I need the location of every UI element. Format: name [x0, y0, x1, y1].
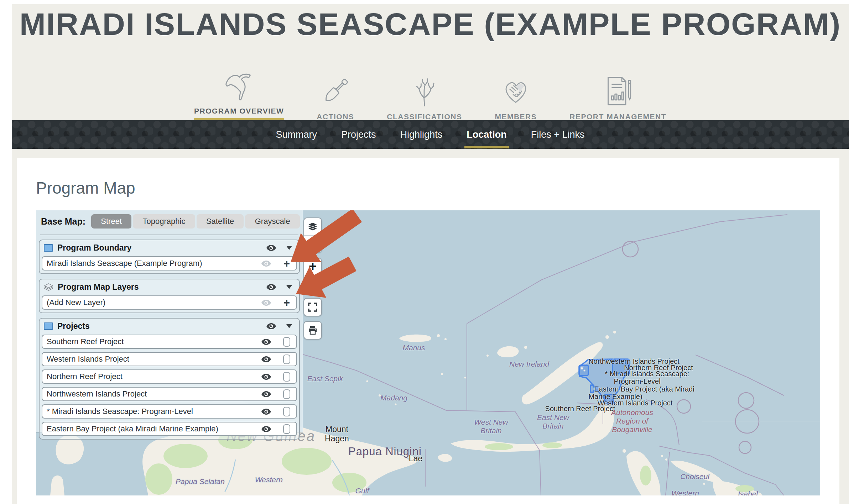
layer-row-label: (Add New Layer): [47, 298, 261, 307]
content-card: Program Map: [17, 158, 839, 504]
caret-down-icon[interactable]: [286, 324, 292, 328]
eye-icon[interactable]: [266, 323, 276, 330]
primary-nav: PROGRAM OVERVIEWACTIONSCLASSIFICATIONSME…: [12, 58, 849, 121]
bird-icon: [223, 64, 255, 101]
print-icon[interactable]: [304, 322, 321, 339]
secondary-nav-projects[interactable]: Projects: [340, 126, 377, 144]
layer-row[interactable]: (Add New Layer)+: [42, 295, 297, 310]
program-map[interactable]: ManusNew IrelandEast SepikMadangMount Ha…: [36, 210, 820, 495]
layer-swatch-icon: [44, 322, 53, 330]
layer-row-label: * Miradi Islands Seascape: Program-Level: [47, 407, 261, 416]
layer-group-header[interactable]: Program Boundary: [42, 241, 297, 254]
layer-row[interactable]: Western Islands Project: [42, 352, 297, 366]
caret-down-icon[interactable]: [286, 246, 292, 250]
map-layers-panel: Base Map: StreetTopographicSatelliteGray…: [36, 210, 303, 432]
checkbox[interactable]: [283, 407, 290, 416]
map-controls: +: [303, 217, 322, 344]
layer-group-program-boundary: Program BoundaryMiradi Islands Seascape …: [39, 240, 300, 274]
basemap-label: Base Map:: [41, 216, 85, 227]
layer-group-program-map-layers: Program Map Layers(Add New Layer)+: [39, 279, 300, 313]
layer-row[interactable]: Southern Reef Project: [42, 335, 297, 349]
layers-icon[interactable]: [304, 218, 321, 235]
eye-icon[interactable]: [261, 408, 271, 415]
fullscreen-icon[interactable]: [304, 299, 321, 316]
checkbox[interactable]: [283, 355, 290, 364]
layer-row-label: Northern Reef Project: [47, 372, 261, 381]
eye-icon[interactable]: [261, 338, 271, 345]
map-control-group: +: [303, 258, 322, 293]
primary-nav-label: MEMBERS: [495, 112, 537, 121]
add-icon[interactable]: +: [281, 258, 293, 269]
eye-icon[interactable]: [261, 373, 271, 380]
checkbox[interactable]: [283, 389, 290, 399]
layer-row[interactable]: Eastern Bay Project (aka Miradi Marine E…: [42, 422, 297, 436]
map-control-group: [303, 298, 322, 316]
primary-nav-report-management[interactable]: REPORT MANAGEMENT: [569, 70, 666, 121]
report-icon: [602, 70, 634, 107]
layer-row-label: Western Islands Project: [47, 355, 261, 364]
layer-group-header[interactable]: Program Map Layers: [42, 280, 297, 293]
layer-row[interactable]: Northern Reef Project: [42, 369, 297, 384]
basemap-grayscale-button[interactable]: Grayscale: [245, 214, 300, 229]
layer-row-label: Northwestern Islands Project: [47, 389, 261, 399]
panel-divider: [40, 235, 298, 235]
zoom-in-icon[interactable]: +: [304, 258, 321, 275]
eye-icon[interactable]: [266, 245, 276, 251]
layer-swatch-icon: [44, 244, 53, 252]
section-heading: Program Map: [36, 178, 135, 198]
basemap-switcher: StreetTopographicSatelliteGrayscale: [91, 214, 300, 229]
app-shell: MIRADI ISLANDS SEASCAPE (EXAMPLE PROGRAM…: [12, 4, 849, 504]
eye-icon[interactable]: [261, 391, 271, 398]
plus-glyph: +: [309, 259, 317, 273]
blank-icon[interactable]: [304, 275, 321, 293]
checkbox[interactable]: [283, 372, 290, 382]
map-control-group: [303, 217, 322, 253]
primary-nav-label: CLASSIFICATIONS: [387, 112, 462, 121]
checkbox[interactable]: [283, 337, 290, 347]
layer-group-title: Program Map Layers: [58, 282, 266, 292]
layers-icon: [44, 283, 53, 291]
layer-group-projects: ProjectsSouthern Reef ProjectWestern Isl…: [39, 318, 300, 440]
handshake-icon: [500, 70, 531, 107]
primary-nav-program-overview[interactable]: PROGRAM OVERVIEW: [194, 64, 284, 121]
layer-group-title: Program Boundary: [57, 243, 266, 253]
page: MIRADI ISLANDS SEASCAPE (EXAMPLE PROGRAM…: [0, 0, 859, 504]
eye-icon[interactable]: [261, 260, 271, 267]
layer-row-label: Southern Reef Project: [47, 337, 261, 346]
layer-row[interactable]: Miradi Islands Seascape (Example Program…: [42, 256, 297, 271]
primary-nav-members[interactable]: MEMBERS: [495, 70, 537, 121]
page-title: MIRADI ISLANDS SEASCAPE (EXAMPLE PROGRAM…: [12, 4, 849, 41]
primary-nav-actions[interactable]: ACTIONS: [317, 70, 354, 121]
add-icon[interactable]: +: [281, 297, 293, 308]
eye-icon[interactable]: [261, 426, 271, 432]
eye-icon[interactable]: [266, 284, 276, 290]
checkbox[interactable]: [283, 424, 290, 434]
basemap-satellite-button[interactable]: Satellite: [197, 214, 244, 229]
layer-row-label: Miradi Islands Seascape (Example Program…: [47, 259, 261, 268]
basemap-topographic-button[interactable]: Topographic: [133, 214, 195, 229]
secondary-nav: SummaryProjectsHighlightsLocationFiles +…: [12, 120, 849, 149]
secondary-nav-highlights[interactable]: Highlights: [400, 126, 443, 144]
basemap-row: Base Map: StreetTopographicSatelliteGray…: [39, 213, 300, 230]
primary-nav-label: PROGRAM OVERVIEW: [194, 107, 284, 115]
layer-row[interactable]: Northwestern Islands Project: [42, 387, 297, 401]
eye-icon[interactable]: [261, 299, 271, 306]
primary-nav-label: REPORT MANAGEMENT: [569, 112, 666, 121]
primary-nav-classifications[interactable]: CLASSIFICATIONS: [387, 70, 462, 121]
layer-row[interactable]: * Miradi Islands Seascape: Program-Level: [42, 404, 297, 419]
blank-icon[interactable]: [304, 235, 321, 252]
layer-group-header[interactable]: Projects: [42, 320, 297, 332]
layer-groups: Program BoundaryMiradi Islands Seascape …: [39, 240, 300, 440]
primary-nav-label: ACTIONS: [317, 112, 354, 121]
secondary-nav-summary[interactable]: Summary: [275, 126, 318, 144]
coral-icon: [409, 70, 440, 107]
layer-group-title: Projects: [57, 321, 266, 331]
eye-icon[interactable]: [261, 356, 271, 363]
secondary-nav-files-links[interactable]: Files + Links: [530, 126, 585, 144]
secondary-nav-location[interactable]: Location: [466, 126, 507, 144]
basemap-street-button[interactable]: Street: [91, 214, 131, 229]
layer-row-label: Eastern Bay Project (aka Miradi Marine E…: [47, 424, 261, 434]
caret-down-icon[interactable]: [286, 285, 292, 289]
map-control-group: [303, 321, 322, 340]
shovel-icon: [320, 70, 351, 107]
